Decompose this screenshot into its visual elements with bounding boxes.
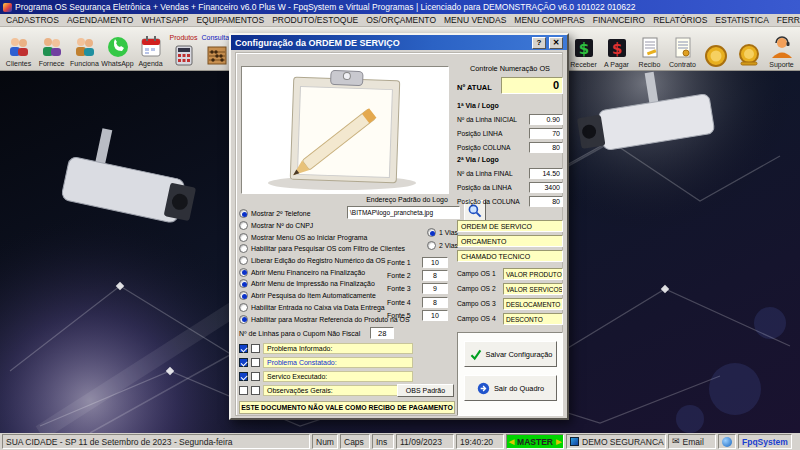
funcionarios-button[interactable]: Funciona [68, 28, 101, 69]
fonte-2-field[interactable]: 8 [422, 270, 448, 281]
salvar-configuracao-button[interactable]: Salvar Configuração [464, 341, 557, 367]
obs-padrao-button[interactable]: OBS Padrão [397, 384, 454, 397]
logo-path-label: Endereço Padrão do Logo [347, 196, 467, 203]
consultar-label: Consultar [202, 34, 232, 42]
menu-agendamento[interactable]: AGENDAMENTO [63, 15, 137, 25]
coin-button-2[interactable] [732, 28, 765, 70]
menu-relatorios[interactable]: RELATÓRIOS [649, 15, 711, 25]
via-1-option[interactable]: 1 Vias [427, 226, 458, 239]
clientes-button[interactable]: Clientes [2, 28, 35, 69]
problema-informado-row[interactable]: Problema Informado: [239, 342, 457, 356]
produtos-label: Produtos [169, 34, 197, 42]
fonte-row: Fonte 510 [387, 309, 448, 322]
dialog-titlebar[interactable]: Configuração da ORDEM DE SERVIÇO ? ✕ [231, 35, 567, 50]
suporte-button[interactable]: Suporte [765, 28, 798, 70]
exit-icon [477, 382, 490, 395]
fonte-4-field[interactable]: 8 [422, 297, 448, 308]
fonte-5-field[interactable]: 10 [422, 310, 448, 321]
ordem-servico-field[interactable]: ORDEM DE SERVICO [457, 220, 563, 232]
fornecedores-button[interactable]: Fornece [35, 28, 68, 69]
posicao-linha2-field[interactable]: 3400 [529, 182, 563, 193]
clients-icon [6, 34, 32, 60]
menu-produto-estoque[interactable]: PRODUTO/ESTOQUE [268, 15, 362, 25]
option-pesquisar-filtro[interactable]: Habilitar para Pesquisar OS com Filtro d… [239, 243, 457, 255]
menu-estatistica[interactable]: ESTATISTICA [711, 15, 773, 25]
campo-os-1-field[interactable]: VALOR PRODUTOS [503, 268, 563, 280]
agenda-button[interactable]: Agenda [134, 28, 167, 69]
checkbox-icon [251, 344, 260, 353]
receber-button[interactable]: $ Receber [567, 28, 600, 70]
posicao-linha-field[interactable]: 70 [529, 128, 563, 139]
campo-os-4-field[interactable]: DESCONTO [503, 313, 563, 325]
problema-constatado-row[interactable]: Problema Constatado: [239, 356, 457, 370]
envelope-icon: ✉ [672, 437, 680, 446]
fonte-3-field[interactable]: 9 [422, 283, 448, 294]
sair-do-quadro-button[interactable]: Sair do Quadro [464, 375, 557, 401]
whatsapp-button[interactable]: WhatsApp [101, 28, 134, 69]
servico-executado-row[interactable]: Servico Executado: [239, 370, 457, 384]
recibo-button[interactable]: Recibo [633, 28, 666, 70]
toolbar-right-group: $ Receber $ A Pagar Recibo Contrato [567, 28, 798, 70]
menu-cadastros[interactable]: CADASTROS [2, 15, 63, 25]
status-date: 11/09/2023 [396, 434, 454, 449]
contrato-button[interactable]: Contrato [666, 28, 699, 70]
linhas-cupom-field[interactable]: 28 [370, 327, 394, 339]
status-demo: DEMO SEGURANCA 6.0 [566, 434, 666, 449]
contract-icon [670, 35, 696, 61]
menu-compras[interactable]: MENU COMPRAS [510, 15, 588, 25]
menu-bar: CADASTROS AGENDAMENTO WHATSAPP EQUIPAMEN… [0, 14, 800, 27]
option-menu-os-iniciar[interactable]: Mostrar Menu OS ao Iniciar Programa [239, 231, 457, 243]
recibo-label: Recibo [639, 61, 661, 69]
svg-text:$: $ [578, 40, 588, 58]
linha-inicial-field[interactable]: 0.90 [529, 114, 563, 125]
radio-icon [239, 221, 248, 230]
status-num: Num [312, 434, 338, 449]
status-time: 19:40:20 [456, 434, 504, 449]
option-mostrar-2-telefone[interactable]: Mostrar 2º Telefone [239, 208, 457, 220]
chamado-tecnico-field[interactable]: CHAMADO TECNICO [457, 250, 563, 262]
whatsapp-icon [105, 34, 131, 60]
posicao-coluna-row: Posição COLUNA80 [457, 142, 563, 154]
linha-final-field[interactable]: 14.50 [529, 168, 563, 179]
posicao-coluna2-field[interactable]: 80 [529, 196, 563, 207]
menu-ferramentas[interactable]: FERRAMENTAS [773, 15, 800, 25]
receipt-icon [637, 35, 663, 61]
suppliers-icon [39, 34, 65, 60]
receber-label: Receber [570, 61, 596, 69]
checkbox-icon [239, 344, 248, 353]
menu-vendas[interactable]: MENU VENDAS [440, 15, 510, 25]
vias-group: 1 Vias 2 Vias [427, 226, 458, 252]
status-ins: Ins [372, 434, 394, 449]
clipboard-image [241, 66, 449, 194]
coin-button-1[interactable] [699, 28, 732, 70]
menu-whatsapp[interactable]: WHATSAPP [137, 15, 192, 25]
campo-os-1-row: Campo OS 1VALOR PRODUTOS [457, 268, 563, 280]
option-mostrar-cnpj[interactable]: Mostrar Nº do CNPJ [239, 220, 457, 232]
posicao-coluna-field[interactable]: 80 [529, 142, 563, 153]
clientes-label: Clientes [6, 60, 31, 68]
menu-os-orcamento[interactable]: OS/ORÇAMENTO [362, 15, 440, 25]
campo-os-2-field[interactable]: VALOR SERVICOS [503, 283, 563, 295]
calendar-icon [138, 34, 164, 60]
status-email[interactable]: ✉ Email [668, 434, 716, 449]
campo-os-3-field[interactable]: DESLOCAMENTO [503, 298, 563, 310]
fonte-1-field[interactable]: 10 [422, 257, 448, 268]
radio-icon [239, 279, 248, 288]
campo-os-4-row: Campo OS 4DESCONTO [457, 313, 563, 325]
numeracao-header: Controle Numeração OS [457, 64, 563, 73]
close-icon[interactable]: ✕ [549, 37, 563, 49]
fontes-group: Fonte 110 Fonte 28 Fonte 39 Fonte 48 Fon… [387, 256, 448, 322]
menu-equipamentos[interactable]: EQUIPAMENTOS [192, 15, 268, 25]
posicao-linha2-row: Posição da LINHA3400 [457, 182, 563, 194]
atual-field[interactable]: 0 [501, 77, 563, 94]
apagar-button[interactable]: $ A Pagar [600, 28, 633, 70]
produtos-button[interactable]: Produtos [167, 28, 200, 69]
via-2-option[interactable]: 2 Vias [427, 239, 458, 252]
help-icon[interactable]: ? [532, 37, 546, 49]
radio-icon [239, 303, 248, 312]
orcamento-field[interactable]: ORCAMENTO [457, 235, 563, 247]
menu-financeiro[interactable]: FINANCEIRO [589, 15, 649, 25]
monitor-icon [570, 437, 579, 446]
coin-icon [703, 43, 729, 69]
status-caps: Caps [340, 434, 370, 449]
